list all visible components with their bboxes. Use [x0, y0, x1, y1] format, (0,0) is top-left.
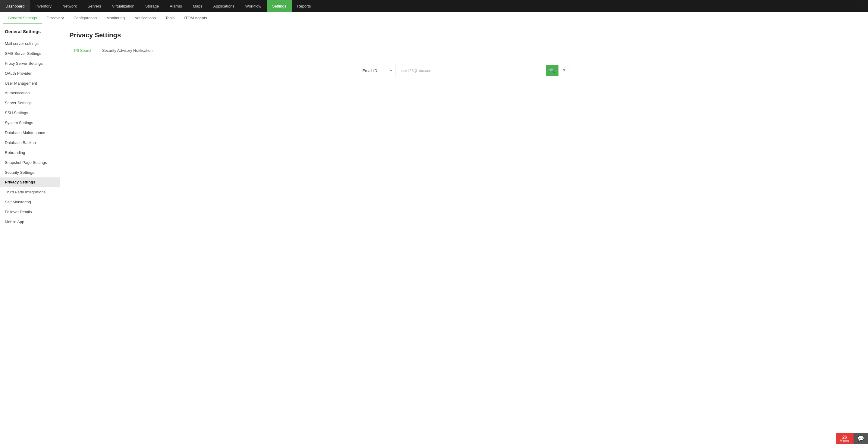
sub-nav-item-notifications[interactable]: Notifications — [130, 12, 161, 24]
sidebar-item-ssh-settings[interactable]: SSH Settings — [0, 108, 60, 118]
alarms-label: Alarms — [840, 439, 849, 442]
sub-nav-item-tools[interactable]: Tools — [161, 12, 179, 24]
sidebar-item-database-maintenance[interactable]: Database Maintenance — [0, 128, 60, 138]
top-nav-item-inventory[interactable]: Inventory — [30, 0, 57, 12]
sidebar-item-database-backup[interactable]: Database Backup — [0, 138, 60, 148]
main-content: Privacy Settings PII SearchSecurity Advi… — [60, 24, 868, 444]
sub-nav: General SettingsDiscoveryConfigurationMo… — [0, 12, 868, 24]
top-nav-item-alarms[interactable]: Alarms — [164, 0, 187, 12]
top-nav-item-maps[interactable]: Maps — [187, 0, 208, 12]
sub-nav-item-itom-agents[interactable]: ITOM Agents — [179, 12, 212, 24]
sidebar-item-system-settings[interactable]: System Settings — [0, 118, 60, 128]
sidebar-item-server-settings[interactable]: Server Settings — [0, 98, 60, 108]
chat-button[interactable]: 💬 — [854, 433, 868, 444]
sidebar-title: General Settings — [0, 29, 60, 39]
sidebar-item-proxy-server[interactable]: Proxy Server Settings — [0, 59, 60, 69]
top-nav-more-button[interactable]: ⋮ — [854, 0, 868, 12]
top-nav-item-servers[interactable]: Servers — [82, 0, 107, 12]
sidebar-item-sms-server[interactable]: SMS Server Settings — [0, 49, 60, 59]
search-type-select[interactable]: Email ID — [359, 65, 395, 76]
top-nav-item-storage[interactable]: Storage — [140, 0, 164, 12]
alarms-badge[interactable]: 26 Alarms — [836, 433, 854, 444]
top-nav-item-virtualization[interactable]: Virtualization — [107, 0, 140, 12]
top-nav-item-reports[interactable]: Reports — [292, 0, 316, 12]
sidebar-item-mobile-app[interactable]: Mobile App — [0, 217, 60, 227]
sidebar-item-failover-details[interactable]: Failover Details — [0, 207, 60, 217]
page-title: Privacy Settings — [69, 31, 859, 39]
sidebar-item-rebranding[interactable]: Rebranding — [0, 148, 60, 158]
content-tab-pii-search[interactable]: PII Search — [69, 45, 97, 56]
sidebar-item-authentication[interactable]: Authentication — [0, 88, 60, 98]
top-nav-item-workflow[interactable]: Workflow — [240, 0, 267, 12]
sub-nav-item-general-settings[interactable]: General Settings — [3, 12, 42, 24]
search-input[interactable] — [395, 65, 546, 76]
layout: General Settings Mail server settingsSMS… — [0, 24, 868, 444]
sidebar-item-mail-server[interactable]: Mail server settings — [0, 39, 60, 49]
content-tab-security-advisory[interactable]: Security Advisory Notification — [97, 45, 158, 56]
top-nav-item-applications[interactable]: Applications — [208, 0, 240, 12]
top-nav: DashboardInventoryNetworkServersVirtuali… — [0, 0, 868, 12]
chat-icon: 💬 — [858, 435, 864, 442]
sidebar-item-oauth-provider[interactable]: OAuth Provider — [0, 69, 60, 78]
sidebar-item-user-management[interactable]: User Management — [0, 78, 60, 89]
search-select-wrapper: Email ID ▼ — [359, 65, 395, 76]
sidebar: General Settings Mail server settingsSMS… — [0, 24, 60, 444]
sub-nav-item-monitoring[interactable]: Monitoring — [101, 12, 130, 24]
top-nav-item-dashboard[interactable]: Dashboard — [0, 0, 30, 12]
help-button[interactable]: ? — [558, 65, 570, 76]
help-icon: ? — [563, 68, 565, 73]
sidebar-item-security-settings[interactable]: Security Settings — [0, 168, 60, 178]
search-icon: 🔍 — [549, 68, 555, 73]
sub-nav-item-discovery[interactable]: Discovery — [42, 12, 69, 24]
sub-nav-item-configuration[interactable]: Configuration — [69, 12, 101, 24]
bottom-bar: 26 Alarms 💬 — [836, 433, 868, 444]
sidebar-item-third-party[interactable]: Third Party Integrations — [0, 187, 60, 197]
content-tabs: PII SearchSecurity Advisory Notification — [69, 45, 859, 56]
alarms-count: 26 — [842, 435, 847, 439]
top-nav-item-settings[interactable]: Settings — [267, 0, 292, 12]
search-button[interactable]: 🔍 — [546, 65, 558, 76]
top-nav-item-network[interactable]: Network — [57, 0, 82, 12]
sidebar-item-privacy-settings[interactable]: Privacy Settings — [0, 178, 60, 187]
sidebar-item-snapshot-page[interactable]: Snapshot Page Settings — [0, 158, 60, 168]
sidebar-item-self-monitoring[interactable]: Self Monitoring — [0, 197, 60, 207]
search-row: Email ID ▼ 🔍 ? — [69, 65, 859, 76]
